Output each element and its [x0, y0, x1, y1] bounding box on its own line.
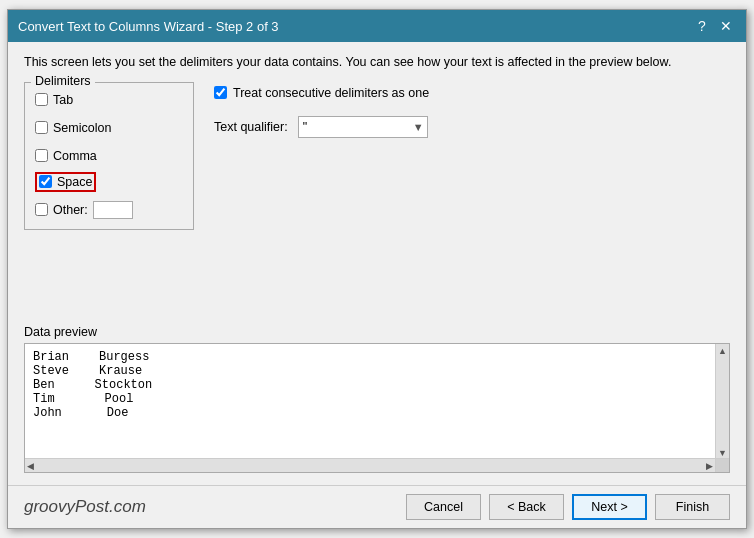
left-panel: Delimiters Tab Semicolon Comma	[24, 82, 194, 316]
treat-consecutive-checkbox[interactable]	[214, 86, 227, 99]
preview-col2-5: Doe	[107, 406, 129, 420]
preview-container: Brian Burgess Steve Krause Ben Stockton …	[24, 343, 730, 473]
tab-row: Tab	[35, 89, 183, 111]
scroll-down-icon: ▼	[718, 448, 727, 458]
delimiter-group: Delimiters Tab Semicolon Comma	[24, 82, 194, 230]
other-input[interactable]	[93, 201, 133, 219]
help-button[interactable]: ?	[692, 16, 712, 36]
semicolon-checkbox[interactable]	[35, 121, 48, 134]
comma-row: Comma	[35, 145, 183, 167]
preview-col1-3: Ben	[33, 378, 55, 392]
horizontal-scrollbar[interactable]: ◀ ▶	[25, 458, 715, 472]
preview-col2-3: Stockton	[95, 378, 153, 392]
title-bar-controls: ? ✕	[692, 16, 736, 36]
preview-data-area: Brian Burgess Steve Krause Ben Stockton …	[25, 344, 729, 460]
preview-row-4: Tim Pool	[33, 392, 721, 406]
other-row: Other:	[35, 199, 183, 221]
treat-consecutive-label: Treat consecutive delimiters as one	[233, 86, 429, 100]
right-panel: Treat consecutive delimiters as one Text…	[214, 82, 730, 316]
back-button[interactable]: < Back	[489, 494, 564, 520]
preview-col1-2: Steve	[33, 364, 69, 378]
scroll-right-icon: ▶	[706, 461, 713, 471]
preview-col2-2: Krause	[99, 364, 142, 378]
footer-logo: groovyPost.com	[24, 497, 146, 517]
preview-col2-4: Pool	[105, 392, 134, 406]
cancel-button[interactable]: Cancel	[406, 494, 481, 520]
comma-checkbox[interactable]	[35, 149, 48, 162]
comma-label: Comma	[53, 149, 97, 163]
scroll-left-icon: ◀	[27, 461, 34, 471]
scroll-up-icon: ▲	[718, 346, 727, 356]
space-checkbox[interactable]	[39, 175, 52, 188]
title-bar: Convert Text to Columns Wizard - Step 2 …	[8, 10, 746, 42]
other-checkbox[interactable]	[35, 203, 48, 216]
preview-col2-1: Burgess	[99, 350, 149, 364]
preview-row-5: John Doe	[33, 406, 721, 420]
close-button[interactable]: ✕	[716, 16, 736, 36]
data-preview-label: Data preview	[24, 325, 730, 339]
dialog-footer: groovyPost.com Cancel < Back Next > Fini…	[8, 485, 746, 528]
qualifier-select-wrapper: " ' {none} ▼	[298, 116, 428, 138]
space-label: Space	[57, 175, 92, 189]
preview-row-1: Brian Burgess	[33, 350, 721, 364]
scrollbar-corner	[715, 458, 729, 472]
preview-col1-5: John	[33, 406, 62, 420]
other-label: Other:	[53, 203, 88, 217]
dialog: Convert Text to Columns Wizard - Step 2 …	[7, 9, 747, 529]
description-text: This screen lets you set the delimiters …	[24, 54, 730, 72]
main-content: Delimiters Tab Semicolon Comma	[24, 82, 730, 316]
footer-buttons: Cancel < Back Next > Finish	[406, 494, 730, 520]
finish-button[interactable]: Finish	[655, 494, 730, 520]
space-highlight-box: Space	[35, 172, 96, 192]
semicolon-label: Semicolon	[53, 121, 111, 135]
dialog-body: This screen lets you set the delimiters …	[8, 42, 746, 485]
delimiter-legend: Delimiters	[31, 74, 95, 88]
next-button[interactable]: Next >	[572, 494, 647, 520]
preview-col1-1: Brian	[33, 350, 69, 364]
preview-col1-4: Tim	[33, 392, 55, 406]
preview-row-2: Steve Krause	[33, 364, 721, 378]
vertical-scrollbar[interactable]: ▲ ▼	[715, 344, 729, 460]
data-preview-section: Data preview Brian Burgess Steve Krause …	[24, 325, 730, 473]
qualifier-select[interactable]: " ' {none}	[298, 116, 428, 138]
space-row-container: Space	[35, 171, 183, 193]
tab-checkbox[interactable]	[35, 93, 48, 106]
qualifier-row: Text qualifier: " ' {none} ▼	[214, 116, 730, 138]
dialog-title: Convert Text to Columns Wizard - Step 2 …	[18, 19, 279, 34]
preview-row-3: Ben Stockton	[33, 378, 721, 392]
treat-consecutive-row: Treat consecutive delimiters as one	[214, 86, 730, 100]
qualifier-label: Text qualifier:	[214, 120, 288, 134]
semicolon-row: Semicolon	[35, 117, 183, 139]
tab-label: Tab	[53, 93, 73, 107]
